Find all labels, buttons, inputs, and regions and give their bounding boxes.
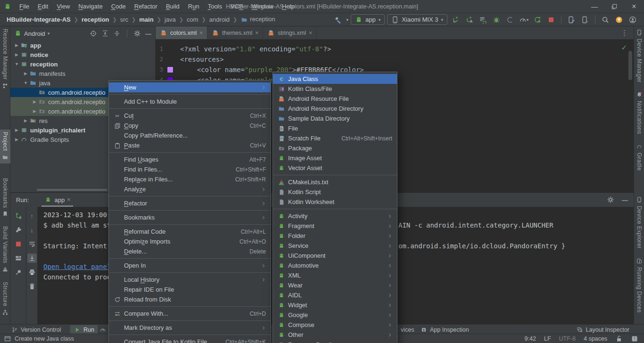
avatar-button[interactable] (627, 14, 638, 25)
menu-item-reformat-code[interactable]: Reformat Code Ctrl+Alt+L (109, 227, 271, 237)
menu-item-copy[interactable]: Copy Ctrl+C (109, 121, 271, 131)
device-selector[interactable]: Xiaomi MIX 3▾ (387, 14, 447, 25)
status-widget-lf[interactable]: LF (544, 335, 551, 342)
menu-item-bookmarks[interactable]: Bookmarks (109, 212, 271, 222)
tree-item-app[interactable]: ▶ app (10, 41, 155, 50)
menu-edit[interactable]: Edit (33, 1, 52, 12)
breadcrumb-android[interactable]: android (208, 16, 231, 23)
menu-code[interactable]: Code (107, 1, 130, 12)
menu-item-service[interactable]: Service (273, 241, 397, 251)
run-panel-minus-button[interactable]: — (622, 196, 628, 204)
menu-navigate[interactable]: Navigate (74, 1, 107, 12)
editor-options-kebab-icon[interactable]: ⋮ (615, 26, 634, 39)
menu-item-activity[interactable]: Activity (273, 211, 397, 221)
breadcrumb-src[interactable]: src (119, 16, 129, 23)
tool-stripe-bookmarks[interactable]: Bookmarks (0, 176, 10, 220)
tree-toggle-icon[interactable]: ▶ (22, 118, 29, 123)
tree-toggle-icon[interactable]: ▶ (13, 43, 20, 48)
minimize-button[interactable]: — (585, 0, 604, 13)
menu-item-analyze[interactable]: Analyze (109, 184, 271, 194)
menu-item-find-in-files[interactable]: Find in Files... Ctrl+Shift+F (109, 164, 271, 174)
run-configuration-selector[interactable]: app▾ (351, 14, 385, 25)
project-view-selector[interactable]: Android (24, 30, 45, 37)
update-button[interactable] (613, 14, 625, 25)
toolwindow-button-gauge[interactable] (96, 325, 110, 334)
tree-toggle-icon[interactable]: ▶ (13, 137, 20, 142)
menu-item-wear[interactable]: Wear (273, 280, 397, 290)
layout-button[interactable] (14, 253, 23, 263)
menu-item-copy-path-reference[interactable]: Copy Path/Reference... (109, 131, 271, 140)
menu-item-file[interactable]: File (273, 123, 397, 133)
menu-item-cmakelists-txt[interactable]: CMakeLists.txt (273, 177, 397, 187)
print-button[interactable] (27, 268, 37, 277)
run-tab-app[interactable]: app× (40, 193, 74, 207)
menu-item-uicomponent[interactable]: UiComponent (273, 251, 397, 261)
tool-stripe-device-explorer[interactable]: Device Explorer (634, 194, 644, 251)
menu-item-vector-asset[interactable]: Vector Asset (273, 163, 397, 173)
menu-item-android-resource-file[interactable]: <> Android Resource File (273, 94, 397, 104)
menu-item-scratch-file[interactable]: Scratch File Ctrl+Alt+Shift+Insert (273, 133, 397, 143)
tree-item-reception[interactable]: ▼ reception (10, 59, 155, 69)
breadcrumb-hbuilder-integrate-as[interactable]: HBuilder-Integrate-AS (6, 16, 72, 23)
open-logcat-link[interactable]: Open logcat panel (43, 263, 111, 270)
status-widget-utf-8[interactable]: UTF-8 (559, 335, 576, 342)
menu-item-replace-in-files[interactable]: Replace in Files... Ctrl+Shift+R (109, 174, 271, 184)
color-swatch[interactable] (167, 66, 173, 73)
menu-item-find-usages[interactable]: Find Usages Alt+F7 (109, 155, 271, 164)
menu-run[interactable]: Run (184, 1, 204, 12)
menu-view[interactable]: View (52, 1, 74, 12)
run-cycle-a-button[interactable]: A (463, 14, 475, 25)
debug-button[interactable] (491, 14, 502, 25)
build-button[interactable] (332, 14, 344, 25)
menu-item-compare-with[interactable]: Compare With... Ctrl+D (109, 309, 271, 318)
device-run-button[interactable] (579, 14, 591, 25)
menu-item-java-class[interactable]: C Java Class (273, 74, 397, 84)
close-tab-icon[interactable]: × (67, 196, 70, 203)
tool-stripe-project[interactable]: Project (0, 130, 10, 163)
run-panel-gear-button[interactable] (607, 196, 614, 204)
breadcrumb-reception[interactable]: reception (81, 16, 110, 23)
profile-button[interactable] (504, 14, 516, 25)
menu-item-convert-java-file-to-kotlin-file[interactable]: Convert Java File to Kotlin File Ctrl+Al… (109, 337, 271, 343)
rerun-button[interactable] (14, 211, 23, 220)
tree-item-notice[interactable]: ▶ notice (10, 50, 155, 59)
trash-button[interactable] (27, 282, 37, 291)
tree-toggle-icon[interactable]: ▶ (31, 99, 38, 104)
project-unfold-button[interactable] (113, 30, 121, 37)
menu-item-cut[interactable]: ✂ Cut Ctrl+X (109, 111, 271, 121)
toolwindow-button-app-inspection[interactable]: App Inspection (417, 325, 472, 334)
menu-item-local-history[interactable]: Local History (109, 275, 271, 285)
menu-item-kotlin-worksheet[interactable]: Kotlin Worksheet (273, 197, 397, 207)
coverage-button[interactable] (477, 14, 488, 25)
status-lock-widget[interactable] (615, 335, 623, 343)
menu-item-paste[interactable]: Paste Ctrl+V (109, 140, 271, 150)
menu-file[interactable]: File (15, 1, 33, 12)
menu-refactor[interactable]: Refactor (130, 1, 162, 12)
tool-stripe-resource-manager[interactable]: Resource Manager (0, 26, 10, 92)
menu-item-folder[interactable]: Folder (273, 231, 397, 241)
gauge-dd-button[interactable]: ▾ (518, 14, 529, 25)
tool-stripe-notifications[interactable]: Notifications (634, 89, 644, 137)
menu-build[interactable]: Build (162, 1, 184, 12)
menu-item-package[interactable]: Package (273, 143, 397, 153)
tree-toggle-icon[interactable]: ▼ (13, 62, 20, 66)
editor-tab-themes-xml[interactable]: <>themes.xml × (207, 26, 263, 39)
close-button[interactable]: × (624, 0, 644, 13)
maximize-button[interactable] (604, 0, 624, 13)
wrench-button[interactable] (14, 225, 23, 235)
breadcrumb-main[interactable]: main (138, 16, 154, 23)
stop-button[interactable] (545, 14, 557, 25)
tree-toggle-icon[interactable]: ▶ (13, 128, 20, 132)
menu-item-add-c-to-module[interactable]: Add C++ to Module (109, 97, 271, 106)
menu-item-automotive[interactable]: Automotive (273, 261, 397, 270)
menu-item-delete[interactable]: Delete... Delete (109, 246, 271, 256)
menu-item-fragment[interactable]: Fragment (273, 221, 397, 231)
project-fold-button[interactable] (101, 30, 109, 37)
tool-stripe-running-devices[interactable]: Running Devices (634, 255, 644, 315)
menu-item-xml[interactable]: XML (273, 270, 397, 280)
toolwindow-button-layout-inspector[interactable]: Layout Inspector (573, 325, 633, 334)
menu-item-open-in[interactable]: Open In (109, 261, 271, 270)
device-pair-button[interactable] (566, 14, 577, 25)
menu-item-optimize-imports[interactable]: Optimize Imports Ctrl+Alt+O (109, 237, 271, 246)
close-tab-icon[interactable]: × (309, 30, 312, 36)
